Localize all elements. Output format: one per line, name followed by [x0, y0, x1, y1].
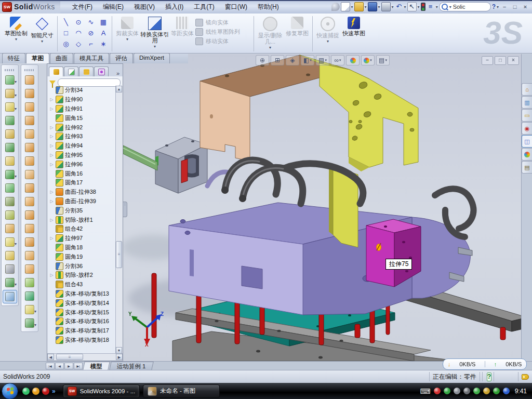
- convert-caret-icon[interactable]: ▾: [154, 44, 156, 49]
- task-pane-tab[interactable]: ▭: [522, 109, 532, 122]
- sheet-nav-button[interactable]: ◀: [55, 363, 64, 369]
- expand-arrow-icon[interactable]: [49, 273, 54, 277]
- surfaces-toolbar-button[interactable]: ▾: [23, 87, 36, 100]
- command-tab[interactable]: 模具工具: [74, 53, 109, 63]
- tray-icon[interactable]: [444, 388, 450, 394]
- search-box[interactable]: ▾ Solic: [439, 2, 491, 11]
- quick-launch-icon[interactable]: [22, 388, 30, 395]
- keyboard-tray-icon[interactable]: ⌨: [420, 387, 430, 395]
- menu-item[interactable]: 插入(I): [161, 1, 188, 13]
- propertymanager-tab[interactable]: [64, 66, 78, 76]
- feature-tree-item[interactable]: 拉伸97: [49, 234, 123, 243]
- select-tool-button[interactable]: ↖: [407, 2, 417, 11]
- display-delete-relations-button[interactable]: 显示/删除几... ▾: [256, 15, 284, 53]
- flyout-caret-icon[interactable]: ▾: [15, 79, 17, 84]
- scroll-left-icon[interactable]: ◀: [47, 354, 54, 360]
- smart-dimension-button[interactable]: 智能尺寸 ▾: [29, 15, 55, 53]
- tree-vertical-scrollbar[interactable]: ▲ ≡ ▼: [115, 86, 123, 354]
- feature-tree-item[interactable]: 拉伸92: [49, 123, 123, 132]
- convert-entities-button[interactable]: 转换实体引用 ▾: [140, 15, 169, 53]
- features-toolbar-button[interactable]: ▾: [3, 155, 17, 167]
- move-entities-button[interactable]: 移动实体: [195, 37, 251, 45]
- feature-tree-item[interactable]: 实体-移动/复制18: [49, 336, 123, 345]
- feature-tree-item[interactable]: 实体-移动/复制13: [49, 289, 123, 299]
- sheet-nav-button[interactable]: ▶|: [74, 363, 83, 369]
- features-toolbar-button[interactable]: ▾: [3, 236, 17, 248]
- new-caret-icon[interactable]: ▾: [351, 5, 353, 9]
- sketch-entity-button[interactable]: ▦: [97, 17, 110, 28]
- sketch-entity-button[interactable]: ◠: [72, 28, 85, 39]
- feature-tree-item[interactable]: 曲面-拉伸39: [49, 197, 123, 206]
- help-caret-icon[interactable]: ▾: [497, 5, 499, 9]
- view-tool-button[interactable]: ▾: [361, 55, 375, 65]
- minimize-button[interactable]: –: [500, 3, 509, 11]
- expand-arrow-icon[interactable]: [49, 218, 54, 222]
- surfaces-toolbar-button[interactable]: ▾: [23, 303, 36, 316]
- quick-launch-icon[interactable]: [32, 388, 39, 395]
- feature-tree-item[interactable]: 分割35: [49, 206, 123, 215]
- task-pane-tab[interactable]: ▤: [522, 161, 532, 174]
- surfaces-toolbar-button[interactable]: ▾: [23, 236, 36, 248]
- surfaces-toolbar-button[interactable]: ▾: [23, 114, 36, 127]
- flyout-caret-icon[interactable]: ▾: [34, 323, 36, 327]
- expand-arrow-icon[interactable]: [49, 107, 54, 111]
- sketch-entity-button[interactable]: □: [60, 28, 72, 39]
- view-tool-button[interactable]: ⊕ ▾: [256, 55, 269, 65]
- menu-item[interactable]: 工具(T): [189, 1, 219, 13]
- flyout-caret-icon[interactable]: ▾: [15, 93, 17, 98]
- tray-icon[interactable]: [434, 388, 441, 394]
- menu-item[interactable]: 编辑(E): [98, 1, 128, 13]
- pin-icon[interactable]: [331, 3, 340, 11]
- rebuild-traffic-light-icon[interactable]: [421, 3, 425, 11]
- rapid-sketch-button[interactable]: 快速草图: [341, 15, 367, 53]
- cylinder-rod-green[interactable]: [123, 145, 157, 170]
- view-tool-button[interactable]: ▤ ▾: [376, 55, 390, 65]
- menu-item[interactable]: 帮助(H): [253, 1, 284, 13]
- task-pane-tab[interactable]: ◉: [522, 122, 532, 135]
- sketch-entity-button[interactable]: ⊙: [72, 17, 85, 28]
- features-toolbar-button[interactable]: ▾: [3, 114, 17, 127]
- expand-arrow-icon[interactable]: [49, 162, 54, 167]
- feature-tree-item[interactable]: 拉伸91: [49, 104, 123, 114]
- view-tool-button[interactable]: ▧ ▾: [316, 55, 329, 65]
- trim-entities-button[interactable]: 剪裁实体 ▾: [114, 15, 140, 53]
- expand-arrow-icon[interactable]: [49, 153, 54, 157]
- search-caret-icon[interactable]: ▾: [449, 5, 451, 9]
- features-toolbar-button[interactable]: ▾: [3, 276, 17, 289]
- taskbar-task-button[interactable]: SW SolidWorks 2009 - ...: [63, 384, 140, 398]
- flyout-caret-icon[interactable]: ▾: [15, 174, 17, 179]
- start-button[interactable]: [2, 383, 18, 399]
- surfaces-toolbar-button[interactable]: ▾: [23, 168, 36, 181]
- feature-tree-item[interactable]: 圆角15: [49, 113, 123, 123]
- sketch-entity-button[interactable]: ◇: [72, 39, 85, 50]
- horizontal-scroll-thumb[interactable]: ≡: [56, 354, 83, 360]
- feature-tree-item[interactable]: 拉伸94: [49, 141, 123, 151]
- view-tool-caret-icon[interactable]: ▾: [325, 58, 327, 62]
- menu-item[interactable]: 文件(F): [68, 1, 97, 13]
- task-pane-tab[interactable]: ▥: [522, 96, 532, 109]
- feature-tree-item[interactable]: 组合42: [49, 224, 123, 234]
- expand-arrow-icon[interactable]: [49, 125, 54, 130]
- features-toolbar-button[interactable]: ▾: [3, 141, 17, 154]
- print-caret-icon[interactable]: ▾: [392, 5, 394, 9]
- offset-entities-button[interactable]: 等距实体: [169, 15, 195, 53]
- surfaces-toolbar-button[interactable]: ▾: [23, 74, 36, 86]
- configurationmanager-tab[interactable]: [79, 66, 94, 76]
- tray-icon[interactable]: [483, 388, 490, 394]
- features-toolbar-button[interactable]: ▾: [3, 182, 17, 194]
- undo-button[interactable]: ↶: [395, 3, 403, 11]
- flyout-caret-icon[interactable]: ▾: [15, 242, 17, 246]
- restore-button[interactable]: □: [510, 3, 520, 11]
- sketch-entity-button[interactable]: ∗: [97, 39, 110, 50]
- feature-tree-item[interactable]: 实体-移动/复制14: [49, 298, 123, 308]
- surfaces-toolbar-button[interactable]: ▾: [23, 182, 36, 194]
- close-button[interactable]: ×: [521, 3, 530, 11]
- task-pane-tab[interactable]: [522, 148, 532, 161]
- flyout-caret-icon[interactable]: ▾: [15, 107, 17, 111]
- surfaces-toolbar-button[interactable]: ▾: [23, 290, 36, 302]
- feature-tree-item[interactable]: 切除-放样1: [49, 215, 123, 224]
- feature-tree-item[interactable]: 实体-移动/复制16: [49, 317, 123, 326]
- feature-tree-item[interactable]: 拉伸90: [49, 95, 123, 104]
- view-tool-caret-icon[interactable]: ▾: [385, 58, 387, 62]
- feature-tree-item[interactable]: 组合43: [49, 280, 123, 289]
